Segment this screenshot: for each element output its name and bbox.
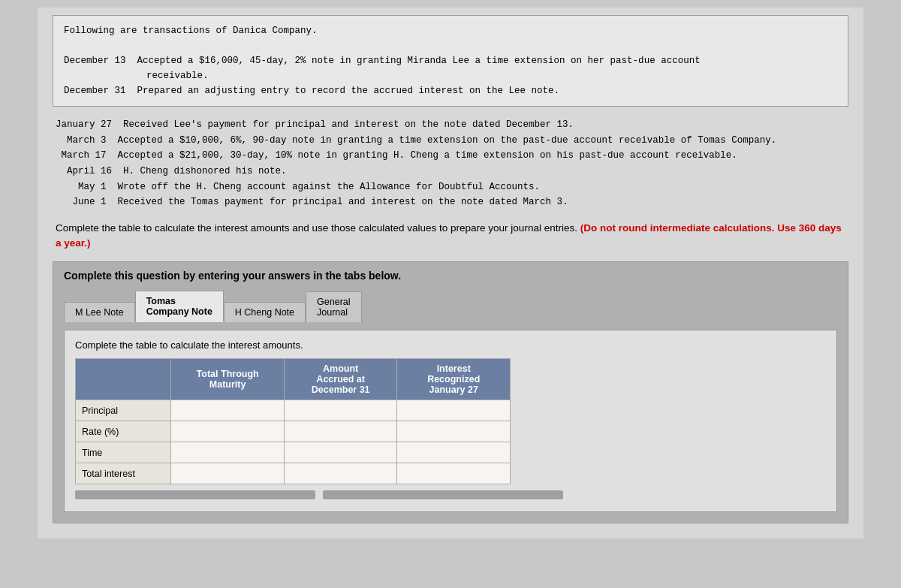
row-rate-amount[interactable] <box>284 421 397 442</box>
page-container: Following are transactions of Danica Com… <box>38 8 863 538</box>
input-rate-amount[interactable] <box>288 425 394 439</box>
trans-line-5: May 1 Wrote off the H. Cheng account aga… <box>56 179 848 195</box>
transaction-entry2: December 31 Prepared an adjusting entry … <box>64 83 837 98</box>
row-time-total[interactable] <box>171 442 285 463</box>
input-principal-interest[interactable] <box>400 404 507 418</box>
trans-line-6: June 1 Received the Tomas payment for pr… <box>56 194 848 210</box>
transaction-entry1-cont: receivable. <box>64 68 837 83</box>
col-header-amount: AmountAccrued atDecember 31 <box>284 359 397 400</box>
row-principal-total[interactable] <box>171 400 285 421</box>
entry1-text: Accepted a $16,000, 45-day, 2% note in g… <box>137 56 701 66</box>
instructions-text: Complete the table to calculate the inte… <box>56 222 577 234</box>
trans-line-3: March 17 Accepted a $21,000, 30-day, 10%… <box>56 148 848 164</box>
row-total-amount[interactable] <box>284 463 397 484</box>
entry2-text: Prepared an adjusting entry to record th… <box>137 86 560 96</box>
input-total-interest[interactable] <box>400 467 507 481</box>
row-total-interest[interactable] <box>397 463 511 484</box>
question-box-title: Complete this question by entering your … <box>64 270 837 282</box>
input-principal-amount[interactable] <box>288 404 394 418</box>
row-total-total[interactable] <box>171 463 285 484</box>
input-total-amount[interactable] <box>288 467 394 481</box>
row-time-label: Time <box>76 442 171 463</box>
row-principal-amount[interactable] <box>284 400 397 421</box>
col-header-interest: InterestRecognizedJanuary 27 <box>397 359 511 400</box>
tabs-row: M Lee Note TomasCompany Note H Cheng Not… <box>64 291 837 322</box>
scrollbar-right[interactable] <box>323 490 563 499</box>
transaction-entry1: December 13 Accepted a $16,000, 45-day, … <box>64 53 837 68</box>
tab-h-cheng-note[interactable]: H Cheng Note <box>224 302 306 322</box>
tab-content-title: Complete the table to calculate the inte… <box>75 339 826 351</box>
transaction-box: Following are transactions of Danica Com… <box>53 15 848 107</box>
question-box: Complete this question by entering your … <box>53 261 848 523</box>
row-time-interest[interactable] <box>397 442 511 463</box>
row-rate-total[interactable] <box>171 421 285 442</box>
scrollbar-left[interactable] <box>75 490 315 499</box>
input-time-amount[interactable] <box>288 446 394 460</box>
row-rate: Rate (%) <box>76 421 511 442</box>
row-principal: Principal <box>76 400 511 421</box>
entry1-date: December 13 <box>64 53 131 68</box>
input-rate-total[interactable] <box>174 425 281 439</box>
row-time: Time <box>76 442 511 463</box>
tab-general-journal[interactable]: GeneralJournal <box>306 291 361 322</box>
row-time-amount[interactable] <box>284 442 397 463</box>
trans-line-2: March 3 Accepted a $10,000, 6%, 90-day n… <box>56 133 848 149</box>
input-principal-total[interactable] <box>174 404 281 418</box>
interest-table: Total ThroughMaturity AmountAccrued atDe… <box>75 358 511 484</box>
row-principal-interest[interactable] <box>397 400 511 421</box>
instructions: Complete the table to calculate the inte… <box>53 221 848 252</box>
tab-content: Complete the table to calculate the inte… <box>64 330 837 512</box>
row-total-label: Total interest <box>76 463 171 484</box>
input-total-total[interactable] <box>174 467 281 481</box>
scrollbar-area <box>75 490 826 499</box>
row-rate-interest[interactable] <box>397 421 511 442</box>
entry2-date: December 31 <box>64 83 131 98</box>
row-rate-label: Rate (%) <box>76 421 171 442</box>
trans-line-1: January 27 Received Lee's payment for pr… <box>56 117 848 133</box>
input-time-interest[interactable] <box>400 446 507 460</box>
col-header-total: Total ThroughMaturity <box>171 359 285 400</box>
trans-line-4: April 16 H. Cheng dishonored his note. <box>56 164 848 179</box>
input-rate-interest[interactable] <box>400 425 507 439</box>
tab-m-lee-note[interactable]: M Lee Note <box>64 302 135 322</box>
row-principal-label: Principal <box>76 400 171 421</box>
transaction-box-title: Following are transactions of Danica Com… <box>64 23 837 38</box>
input-time-total[interactable] <box>174 446 281 460</box>
transactions-section: January 27 Received Lee's payment for pr… <box>53 117 848 210</box>
row-total-interest: Total interest <box>76 463 511 484</box>
tab-tomas-company-note[interactable]: TomasCompany Note <box>135 291 224 322</box>
col-header-empty <box>76 359 171 400</box>
